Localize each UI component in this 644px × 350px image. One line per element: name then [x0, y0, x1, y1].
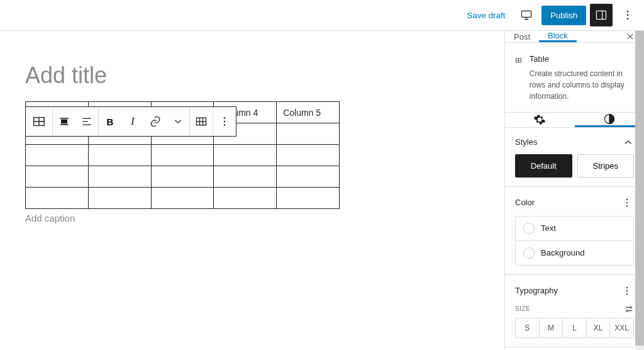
- color-background-row[interactable]: Background: [515, 241, 634, 266]
- table-cell[interactable]: [214, 166, 277, 188]
- tab-block[interactable]: Block: [539, 31, 577, 42]
- table-row: [26, 188, 340, 209]
- settings-toggle-button[interactable]: [590, 4, 613, 26]
- styles-toggle[interactable]: Styles: [515, 137, 634, 148]
- block-type-button[interactable]: [26, 107, 52, 136]
- close-icon: [625, 31, 635, 42]
- edit-table-button[interactable]: [190, 107, 213, 136]
- size-m-button[interactable]: M: [540, 319, 564, 337]
- typography-header: Typography: [515, 284, 634, 298]
- tab-post[interactable]: Post: [505, 31, 539, 42]
- svg-rect-0: [522, 11, 531, 17]
- more-formatting-button[interactable]: [167, 107, 189, 136]
- svg-point-13: [626, 198, 628, 200]
- size-buttons: S M L XL XXL: [515, 318, 634, 338]
- table-cell[interactable]: [214, 188, 277, 209]
- color-text-label: Text: [541, 223, 556, 233]
- dimensions-section: Dimensions Margin: [505, 347, 644, 351]
- table-cell[interactable]: [214, 145, 277, 166]
- size-label: Size: [515, 305, 530, 312]
- typography-section: Typography Size S M L XL XXL: [505, 275, 644, 347]
- typography-options-button[interactable]: [620, 284, 634, 298]
- text-align-button[interactable]: [75, 107, 98, 136]
- table-cell[interactable]: [277, 166, 340, 188]
- table-cell[interactable]: [151, 188, 214, 209]
- gear-icon: [533, 113, 546, 126]
- block-options-button[interactable]: [213, 107, 236, 136]
- more-vertical-icon: [621, 285, 633, 296]
- preview-button[interactable]: [515, 4, 538, 26]
- svg-point-20: [626, 310, 628, 312]
- post-title-input[interactable]: Add title: [25, 62, 479, 89]
- sidebar-icon: [595, 9, 608, 21]
- scrollbar[interactable]: [635, 31, 644, 350]
- svg-point-10: [224, 125, 226, 127]
- table-cell[interactable]: [88, 166, 151, 188]
- block-info: Table Create structured content in rows …: [505, 43, 644, 113]
- color-background-label: Background: [541, 248, 584, 257]
- style-stripes-button[interactable]: Stripes: [577, 154, 635, 178]
- more-vertical-icon: [621, 197, 633, 208]
- table-cell[interactable]: [88, 145, 151, 166]
- style-default-button[interactable]: Default: [515, 154, 572, 178]
- options-button[interactable]: [616, 4, 639, 26]
- svg-point-9: [224, 121, 226, 123]
- table-row: [26, 166, 340, 188]
- more-vertical-icon: [621, 9, 634, 21]
- color-header: Color: [515, 196, 634, 210]
- table-edit-icon: [195, 115, 208, 128]
- scrollbar-thumb[interactable]: [635, 31, 644, 346]
- size-l-button[interactable]: L: [563, 319, 587, 337]
- table-cell[interactable]: [277, 123, 340, 145]
- editor-canvas[interactable]: Add title B I: [0, 31, 504, 350]
- custom-size-button[interactable]: [624, 304, 634, 314]
- table-cell[interactable]: [277, 188, 340, 209]
- sidebar-subtabs: [505, 113, 644, 128]
- size-xl-button[interactable]: XL: [587, 319, 611, 337]
- table-cell[interactable]: [26, 166, 89, 188]
- publish-button[interactable]: Publish: [541, 6, 586, 25]
- svg-point-3: [627, 14, 629, 16]
- table-caption-input[interactable]: Add caption: [25, 213, 479, 223]
- table-cell[interactable]: [88, 188, 151, 209]
- svg-point-14: [626, 201, 628, 203]
- svg-point-4: [627, 18, 629, 20]
- table-header-cell[interactable]: Column 5: [277, 102, 340, 123]
- link-icon: [149, 115, 162, 128]
- table-cell[interactable]: [26, 188, 89, 209]
- chevron-down-icon: [172, 116, 184, 127]
- italic-button[interactable]: I: [121, 107, 144, 136]
- svg-point-15: [626, 205, 628, 206]
- svg-point-19: [630, 307, 631, 308]
- sliders-icon: [624, 304, 634, 314]
- color-section: Color Text Background: [505, 187, 644, 275]
- color-text-row[interactable]: Text: [515, 216, 634, 241]
- desktop-icon: [520, 9, 533, 21]
- background-color-swatch: [523, 247, 535, 259]
- color-title: Color: [515, 198, 535, 207]
- save-draft-button[interactable]: Save draft: [461, 7, 512, 24]
- svg-rect-6: [62, 120, 67, 123]
- size-xxl-button[interactable]: XXL: [610, 319, 633, 337]
- link-button[interactable]: [144, 107, 167, 136]
- table-icon: [515, 53, 522, 68]
- block-description: Create structured content in rows and co…: [530, 68, 634, 102]
- color-options-button[interactable]: [620, 196, 634, 210]
- align-button[interactable]: [53, 107, 75, 136]
- size-s-button[interactable]: S: [516, 319, 540, 337]
- table-icon: [32, 115, 46, 128]
- block-toolbar: B I: [25, 106, 236, 137]
- table-cell[interactable]: [151, 145, 214, 166]
- bold-button[interactable]: B: [99, 107, 121, 136]
- table-cell[interactable]: [26, 145, 89, 166]
- table-cell[interactable]: [151, 166, 214, 188]
- typography-title: Typography: [515, 286, 558, 295]
- align-center-icon: [58, 115, 70, 128]
- styles-title: Styles: [515, 137, 537, 147]
- table-row: [26, 145, 340, 166]
- subtab-settings[interactable]: [505, 113, 575, 127]
- table-cell[interactable]: [277, 145, 340, 166]
- styles-section: Styles Default Stripes: [505, 128, 644, 187]
- styles-icon: [603, 113, 616, 125]
- subtab-styles[interactable]: [575, 113, 645, 127]
